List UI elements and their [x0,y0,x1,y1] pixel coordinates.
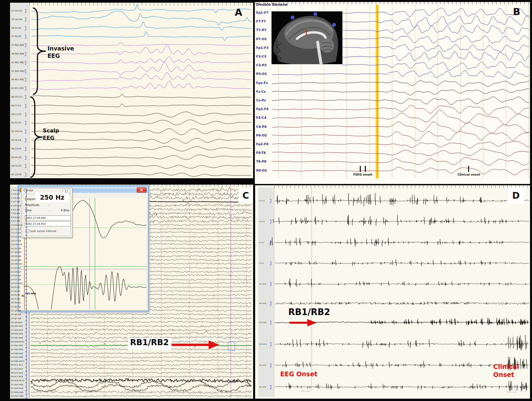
amplitude-scale-icon [25,270,27,274]
channel-label: 51 RD1-RD2 [11,383,23,386]
amplitude-scale-icon [25,375,27,379]
amplitude-scale-icon [25,26,26,30]
lock-cursor-label: Lock cursor interval [30,230,56,233]
amplitude-scale-icon [25,263,27,266]
amplitude-scale-icon [25,251,27,255]
amplitude-scale-icon [25,18,26,21]
channel-label: 37 RA3-RA4 [11,329,23,331]
amplitude-scale-icon [25,352,27,356]
eeg-onset-marker-text: EEG Onset [301,390,310,392]
amplitude-scale-icon [25,379,27,383]
amplitude-scale-icon [25,317,27,320]
amplitude-scale-icon [25,360,27,363]
feeg-onset-mark [360,166,361,172]
clinical-onset-marker-text: Clinical onset [507,391,517,393]
amplitude-scale-icon [25,340,27,344]
channel-label: Fp2-F4 [256,107,269,111]
amplitude-scale-icon [25,247,27,250]
amplitude-scale-icon [25,220,27,223]
amplitude-scale-icon [270,385,271,389]
amplitude-scale-icon [270,364,271,367]
channel-label: F4-C4 [256,116,267,119]
channel-label: 14 lc7-lc8 [11,239,21,242]
cursor-panel-title: Cursor [23,189,33,192]
channel-label: Fp1-F3 [256,46,269,49]
amplitude-scale-icon [25,282,27,286]
channel-label: F3-C3 [256,55,267,58]
channel-label: 7 lb3-lb4 [11,212,20,214]
amplitude-scale-icon [270,321,271,324]
channel-label: 56 RE1-RE2 [11,78,24,81]
channel-label: 23 le5-le6 [11,274,21,277]
invasive-eeg-label: Invasive EEG [47,45,74,60]
zoom-trace-number: 41 [21,295,25,297]
amplitude-scale-icon [25,391,27,394]
amplitude-row: Amplitude : [25,203,70,207]
channel-label: 30 lf9-lf10 [11,301,21,304]
cursor-time-input-start[interactable] [25,215,71,220]
amplitude-scale-icon [25,95,26,99]
channel-label: 26 lf1-lf2 [11,286,20,288]
channel-label: 24 le7-le8 [11,278,21,281]
panel-b-eeg-view: Double Banana FEEG onset Clinical onset … [255,2,530,184]
channel-label: 21 le1-le2 [11,267,21,269]
channel-label: 97 CZ-PZ [11,173,21,176]
channel-label: 11 lc1-lc2 [11,228,21,230]
amplitude-scale-icon [25,336,27,340]
channel-label: 2 la3-la4 [11,193,20,195]
channel-label: 95 P4-O2 [11,156,21,159]
channel-label: la1-la2 [259,200,265,202]
channel-label: 10 lb9-lb10 [11,224,22,226]
cursor-time-input-end[interactable] [25,221,71,226]
channel-label: 52 RD3-RD4 [11,387,23,389]
amplitude-scale-icon [25,297,27,301]
amplitude-scale-icon [25,395,27,398]
channel-label: 21 la1-la2 [11,9,22,12]
channel-label: C3-P3 [256,63,267,67]
channel-label: RA3-RA4 [259,283,267,285]
amplitude-scale-icon [25,274,27,278]
channel-label: 27 lf2-lf3 [11,35,21,38]
panel-d-letter: D [508,187,524,203]
channel-label: 92 FP2-F4 [11,130,22,133]
amplitude-scale-icon [25,130,26,133]
amplitude-scale-icon [270,241,271,244]
channel-label: 3 la5-la6 [11,197,20,199]
channel-label: 39 RA7-RA8 [11,336,23,339]
close-icon[interactable] [137,187,146,193]
channel-label: 44 RB7-RB8 [11,356,23,358]
channel-label: Cz-Pz [256,98,266,102]
channel-label: P4-O2 [256,133,267,137]
scalp-eeg-label: Scalp EEG [43,127,59,142]
amplitude-scale-icon [25,43,26,47]
amplitude-scale-icon [25,305,27,309]
channel-label: RA5-RA6 [259,302,267,304]
channel-label: 91 P3-O1 [11,121,21,124]
amplitude-scale-icon [25,294,27,297]
channel-label: lf2-lf3 [259,262,264,264]
rb1-rb2-annotation: RB1/RB2 [128,338,172,350]
amplitude-scale-icon [25,87,26,90]
amplitude-scale-icon [25,325,27,328]
amplitude-scale-icon [25,35,26,38]
channel-label: F8-T8 [256,151,266,155]
amplitude-scale-icon [25,344,27,348]
amplitude-scale-icon [270,342,271,346]
channel-label: RD1-RD2 [259,343,267,345]
channel-label: 20 ld9-ld10 [11,263,22,265]
amplitude-scale-icon [25,212,27,216]
channel-label: F7-T7 [256,19,266,23]
feeg-onset-mark [365,166,366,172]
channel-label: 5 la9-la10 [11,204,21,207]
channel-label: 90 C3-P3 [11,113,21,116]
channel-label: 54 RD7-RD8 [11,395,23,397]
channel-label: Fpz-Fz [256,81,268,85]
amplitude-scale-icon [25,204,27,208]
channel-label: 34 lg7-lg8 [11,317,21,319]
channel-label: 6 lb1-lb2 [11,208,20,211]
panel-c-letter: C [238,188,253,203]
amplitude-scale-icon [25,321,27,324]
channel-label: RB1-RB2 [259,321,267,323]
amplitude-scale-icon [25,113,26,116]
channel-label: P8-O2 [256,169,267,172]
